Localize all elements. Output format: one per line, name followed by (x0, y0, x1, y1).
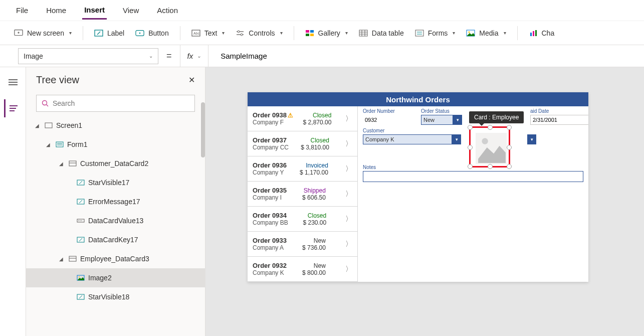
forms-icon (415, 29, 424, 38)
tree-node-form1[interactable]: ◢ Form1 (26, 135, 205, 154)
tree-node-datacardkey17[interactable]: DataCardKey17 (26, 230, 205, 249)
chevron-right-icon: 〉 (345, 215, 352, 224)
tree-node-datacardvalue13[interactable]: DataCardValue13 (26, 211, 205, 230)
paid-date-input[interactable]: ▦ (530, 115, 570, 125)
tree-label: Image2 (88, 274, 112, 282)
label-icon (76, 236, 85, 243)
order-item[interactable]: Order 0937Company CCClosed$ 3,810.00〉 (248, 131, 357, 156)
tree-label: Screen1 (56, 121, 82, 129)
selection-tooltip: Card : Employee (469, 111, 524, 123)
chevron-down-icon: ▾ (280, 30, 283, 36)
datacard-icon (68, 160, 77, 167)
label-button[interactable]: Label (94, 29, 124, 38)
new-screen-icon (14, 29, 23, 38)
tree-node-errormessage17[interactable]: ErrorMessage17 (26, 192, 205, 211)
chevron-down-icon[interactable]: ▾ (452, 134, 461, 144)
app-preview: Northwind Orders Order 0938⚠Company FClo… (248, 92, 588, 282)
controls-button[interactable]: Controls ▾ (236, 29, 282, 38)
svg-rect-14 (310, 30, 314, 33)
property-name: Image (24, 52, 43, 60)
svg-rect-28 (533, 31, 534, 36)
label-icon (76, 293, 85, 300)
data-table-button[interactable]: Data table (359, 29, 404, 38)
search-box[interactable] (36, 95, 195, 112)
label-icon (76, 179, 85, 186)
order-amount: $ 736.00 (302, 244, 326, 251)
tree-view-button[interactable] (4, 99, 22, 117)
order-item[interactable]: Order 0936Company YInvoiced$ 1,170.00〉 (248, 156, 357, 182)
tree-title: Tree view (36, 74, 79, 86)
customer-dropdown[interactable]: Company K ▾ (363, 134, 461, 144)
employee-dropdown[interactable]: ▾ (527, 134, 538, 144)
order-item[interactable]: Order 0934Company BBClosed$ 230.00〉 (248, 207, 357, 232)
collapse-icon[interactable]: ◢ (35, 123, 41, 128)
resize-handle[interactable] (507, 164, 512, 169)
hamburger-button[interactable] (4, 73, 22, 91)
chevron-down-icon: ▾ (504, 30, 506, 36)
menu-action[interactable]: Action (155, 2, 180, 19)
svg-line-44 (79, 200, 82, 203)
menu-view[interactable]: View (121, 2, 141, 19)
paid-date-field[interactable] (530, 115, 588, 125)
property-selector[interactable]: Image ⌄ (18, 48, 158, 64)
resize-handle[interactable] (488, 164, 493, 169)
order-item[interactable]: Order 0932Company KNew$ 800.00〉 (248, 257, 357, 282)
media-button[interactable]: Media ▾ (466, 29, 506, 38)
resize-handle[interactable] (468, 125, 473, 130)
order-id: Order 0932 (253, 262, 287, 269)
tree-node-starvisible18[interactable]: StarVisible18 (26, 287, 205, 306)
tree-node-starvisible17[interactable]: StarVisible17 (26, 173, 205, 192)
menu-home[interactable]: Home (44, 2, 68, 19)
search-input[interactable] (53, 99, 189, 107)
tree-node-employee-card[interactable]: ◢ Employee_DataCard3 (26, 249, 205, 268)
svg-text:Abc: Abc (193, 32, 200, 35)
collapse-icon[interactable]: ◢ (46, 142, 52, 147)
fx-button[interactable]: fx ⌄ (180, 45, 209, 67)
text-button[interactable]: Abc Text ▾ (191, 29, 225, 38)
order-status-dropdown[interactable]: New ▾ (421, 115, 462, 125)
collapse-icon[interactable]: ◢ (59, 256, 65, 262)
order-status: New (314, 237, 326, 244)
order-item[interactable]: Order 0935Company IShipped$ 606.50〉 (248, 182, 357, 207)
formula-bar: Image ⌄ = fx ⌄ (0, 45, 644, 67)
order-company: Company BB (253, 219, 288, 226)
employee-card-selection[interactable] (469, 126, 510, 167)
tree-label: Employee_DataCard3 (80, 255, 149, 263)
customer-value: Company K (363, 134, 452, 144)
scrollbar[interactable] (201, 102, 205, 157)
resize-handle[interactable] (468, 145, 473, 150)
svg-rect-16 (310, 34, 314, 36)
chevron-down-icon[interactable]: ▾ (453, 115, 462, 125)
order-company: Company F (253, 119, 293, 126)
new-screen-button[interactable]: New screen ▾ (14, 29, 72, 38)
divider (517, 26, 518, 40)
combobox-icon (76, 217, 85, 224)
charts-button[interactable]: Cha (529, 29, 555, 38)
canvas-area[interactable]: Northwind Orders Order 0938⚠Company FClo… (205, 67, 644, 336)
order-status: Invoiced (306, 162, 328, 169)
close-icon[interactable]: ✕ (188, 75, 195, 85)
order-item[interactable]: Order 0938⚠Company FClosed$ 2,870.00〉 (248, 106, 357, 131)
resize-handle[interactable] (507, 125, 512, 130)
order-item[interactable]: Order 0933Company ANew$ 736.00〉 (248, 232, 357, 257)
resize-handle[interactable] (488, 125, 493, 130)
svg-rect-45 (77, 219, 84, 222)
tree-node-customer-card[interactable]: ◢ Customer_DataCard2 (26, 154, 205, 173)
resize-handle[interactable] (468, 164, 473, 169)
tree-node-image2[interactable]: Image2 (26, 268, 205, 287)
forms-button[interactable]: Forms ▾ (415, 29, 456, 38)
notes-input[interactable] (363, 171, 583, 182)
svg-rect-39 (69, 161, 76, 166)
menu-insert[interactable]: Insert (82, 2, 107, 20)
menu-file[interactable]: File (14, 2, 30, 19)
text-icon: Abc (191, 29, 200, 38)
chevron-down-icon[interactable]: ▾ (527, 134, 536, 144)
order-amount: $ 230.00 (303, 219, 326, 226)
resize-handle[interactable] (507, 145, 512, 150)
order-number-input[interactable] (363, 115, 417, 125)
collapse-icon[interactable]: ◢ (59, 161, 65, 166)
tree-node-screen1[interactable]: ◢ Screen1 (26, 116, 205, 135)
formula-input[interactable] (214, 45, 644, 67)
gallery-button[interactable]: Gallery ▾ (305, 29, 348, 38)
button-button[interactable]: Button (135, 29, 168, 38)
